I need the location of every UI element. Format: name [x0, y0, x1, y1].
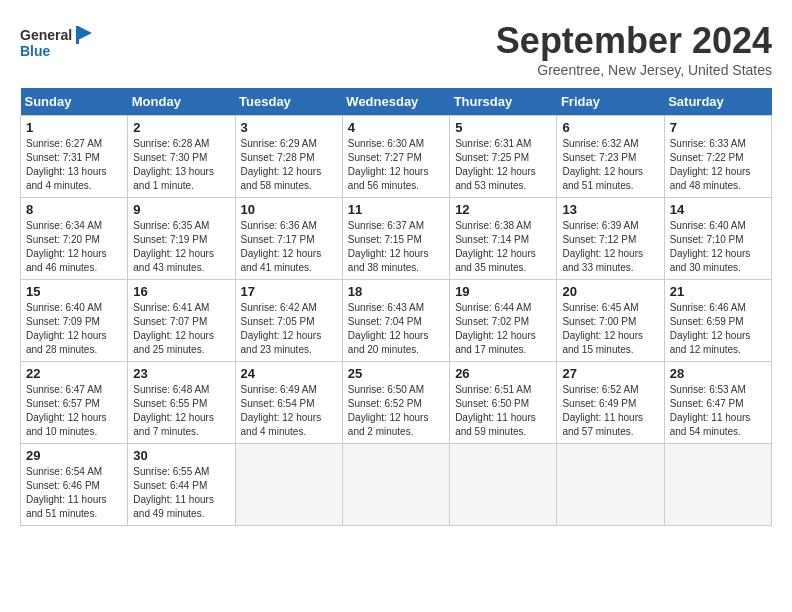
day-info: Sunrise: 6:55 AM Sunset: 6:44 PM Dayligh…	[133, 465, 229, 521]
header: General Blue September 2024 Greentree, N…	[20, 20, 772, 78]
location-subtitle: Greentree, New Jersey, United States	[496, 62, 772, 78]
day-cell-5: 5 Sunrise: 6:31 AM Sunset: 7:25 PM Dayli…	[450, 116, 557, 198]
day-cell-23: 23 Sunrise: 6:48 AM Sunset: 6:55 PM Dayl…	[128, 362, 235, 444]
day-number: 12	[455, 202, 551, 217]
title-area: September 2024 Greentree, New Jersey, Un…	[496, 20, 772, 78]
day-info: Sunrise: 6:51 AM Sunset: 6:50 PM Dayligh…	[455, 383, 551, 439]
day-number: 8	[26, 202, 122, 217]
day-cell-30: 30 Sunrise: 6:55 AM Sunset: 6:44 PM Dayl…	[128, 444, 235, 526]
empty-cell	[557, 444, 664, 526]
day-number: 17	[241, 284, 337, 299]
day-number: 27	[562, 366, 658, 381]
day-cell-2: 2 Sunrise: 6:28 AM Sunset: 7:30 PM Dayli…	[128, 116, 235, 198]
day-info: Sunrise: 6:48 AM Sunset: 6:55 PM Dayligh…	[133, 383, 229, 439]
day-info: Sunrise: 6:38 AM Sunset: 7:14 PM Dayligh…	[455, 219, 551, 275]
svg-marker-2	[78, 26, 92, 40]
day-number: 2	[133, 120, 229, 135]
day-info: Sunrise: 6:37 AM Sunset: 7:15 PM Dayligh…	[348, 219, 444, 275]
day-cell-29: 29 Sunrise: 6:54 AM Sunset: 6:46 PM Dayl…	[21, 444, 128, 526]
day-cell-7: 7 Sunrise: 6:33 AM Sunset: 7:22 PM Dayli…	[664, 116, 771, 198]
svg-text:General: General	[20, 27, 72, 43]
day-number: 1	[26, 120, 122, 135]
day-cell-10: 10 Sunrise: 6:36 AM Sunset: 7:17 PM Dayl…	[235, 198, 342, 280]
col-sunday: Sunday	[21, 88, 128, 116]
day-info: Sunrise: 6:44 AM Sunset: 7:02 PM Dayligh…	[455, 301, 551, 357]
day-cell-9: 9 Sunrise: 6:35 AM Sunset: 7:19 PM Dayli…	[128, 198, 235, 280]
day-info: Sunrise: 6:52 AM Sunset: 6:49 PM Dayligh…	[562, 383, 658, 439]
day-info: Sunrise: 6:49 AM Sunset: 6:54 PM Dayligh…	[241, 383, 337, 439]
day-number: 28	[670, 366, 766, 381]
day-cell-26: 26 Sunrise: 6:51 AM Sunset: 6:50 PM Dayl…	[450, 362, 557, 444]
day-info: Sunrise: 6:41 AM Sunset: 7:07 PM Dayligh…	[133, 301, 229, 357]
day-number: 10	[241, 202, 337, 217]
day-cell-22: 22 Sunrise: 6:47 AM Sunset: 6:57 PM Dayl…	[21, 362, 128, 444]
calendar-table: Sunday Monday Tuesday Wednesday Thursday…	[20, 88, 772, 526]
day-info: Sunrise: 6:43 AM Sunset: 7:04 PM Dayligh…	[348, 301, 444, 357]
day-info: Sunrise: 6:46 AM Sunset: 6:59 PM Dayligh…	[670, 301, 766, 357]
day-info: Sunrise: 6:45 AM Sunset: 7:00 PM Dayligh…	[562, 301, 658, 357]
day-cell-6: 6 Sunrise: 6:32 AM Sunset: 7:23 PM Dayli…	[557, 116, 664, 198]
col-thursday: Thursday	[450, 88, 557, 116]
col-friday: Friday	[557, 88, 664, 116]
day-info: Sunrise: 6:39 AM Sunset: 7:12 PM Dayligh…	[562, 219, 658, 275]
day-info: Sunrise: 6:27 AM Sunset: 7:31 PM Dayligh…	[26, 137, 122, 193]
day-info: Sunrise: 6:35 AM Sunset: 7:19 PM Dayligh…	[133, 219, 229, 275]
day-cell-24: 24 Sunrise: 6:49 AM Sunset: 6:54 PM Dayl…	[235, 362, 342, 444]
day-cell-27: 27 Sunrise: 6:52 AM Sunset: 6:49 PM Dayl…	[557, 362, 664, 444]
day-info: Sunrise: 6:30 AM Sunset: 7:27 PM Dayligh…	[348, 137, 444, 193]
header-row: Sunday Monday Tuesday Wednesday Thursday…	[21, 88, 772, 116]
day-cell-28: 28 Sunrise: 6:53 AM Sunset: 6:47 PM Dayl…	[664, 362, 771, 444]
empty-cell	[235, 444, 342, 526]
day-cell-17: 17 Sunrise: 6:42 AM Sunset: 7:05 PM Dayl…	[235, 280, 342, 362]
day-info: Sunrise: 6:53 AM Sunset: 6:47 PM Dayligh…	[670, 383, 766, 439]
day-cell-1: 1 Sunrise: 6:27 AM Sunset: 7:31 PM Dayli…	[21, 116, 128, 198]
day-number: 5	[455, 120, 551, 135]
day-number: 7	[670, 120, 766, 135]
day-cell-13: 13 Sunrise: 6:39 AM Sunset: 7:12 PM Dayl…	[557, 198, 664, 280]
day-number: 14	[670, 202, 766, 217]
week-row-4: 22 Sunrise: 6:47 AM Sunset: 6:57 PM Dayl…	[21, 362, 772, 444]
week-row-5: 29 Sunrise: 6:54 AM Sunset: 6:46 PM Dayl…	[21, 444, 772, 526]
day-number: 24	[241, 366, 337, 381]
empty-cell	[342, 444, 449, 526]
day-cell-11: 11 Sunrise: 6:37 AM Sunset: 7:15 PM Dayl…	[342, 198, 449, 280]
day-info: Sunrise: 6:54 AM Sunset: 6:46 PM Dayligh…	[26, 465, 122, 521]
col-monday: Monday	[128, 88, 235, 116]
day-info: Sunrise: 6:47 AM Sunset: 6:57 PM Dayligh…	[26, 383, 122, 439]
day-number: 22	[26, 366, 122, 381]
col-saturday: Saturday	[664, 88, 771, 116]
day-info: Sunrise: 6:50 AM Sunset: 6:52 PM Dayligh…	[348, 383, 444, 439]
day-number: 30	[133, 448, 229, 463]
day-cell-16: 16 Sunrise: 6:41 AM Sunset: 7:07 PM Dayl…	[128, 280, 235, 362]
day-number: 4	[348, 120, 444, 135]
day-number: 25	[348, 366, 444, 381]
day-number: 21	[670, 284, 766, 299]
day-number: 13	[562, 202, 658, 217]
logo-svg: General Blue	[20, 20, 100, 65]
day-number: 9	[133, 202, 229, 217]
day-info: Sunrise: 6:34 AM Sunset: 7:20 PM Dayligh…	[26, 219, 122, 275]
day-number: 11	[348, 202, 444, 217]
empty-cell	[664, 444, 771, 526]
day-cell-15: 15 Sunrise: 6:40 AM Sunset: 7:09 PM Dayl…	[21, 280, 128, 362]
day-info: Sunrise: 6:40 AM Sunset: 7:10 PM Dayligh…	[670, 219, 766, 275]
day-cell-20: 20 Sunrise: 6:45 AM Sunset: 7:00 PM Dayl…	[557, 280, 664, 362]
day-number: 23	[133, 366, 229, 381]
day-cell-3: 3 Sunrise: 6:29 AM Sunset: 7:28 PM Dayli…	[235, 116, 342, 198]
day-number: 19	[455, 284, 551, 299]
day-info: Sunrise: 6:36 AM Sunset: 7:17 PM Dayligh…	[241, 219, 337, 275]
empty-cell	[450, 444, 557, 526]
day-cell-18: 18 Sunrise: 6:43 AM Sunset: 7:04 PM Dayl…	[342, 280, 449, 362]
day-number: 16	[133, 284, 229, 299]
day-info: Sunrise: 6:28 AM Sunset: 7:30 PM Dayligh…	[133, 137, 229, 193]
month-title: September 2024	[496, 20, 772, 62]
day-cell-8: 8 Sunrise: 6:34 AM Sunset: 7:20 PM Dayli…	[21, 198, 128, 280]
svg-rect-3	[76, 26, 79, 44]
day-number: 15	[26, 284, 122, 299]
day-info: Sunrise: 6:31 AM Sunset: 7:25 PM Dayligh…	[455, 137, 551, 193]
day-number: 6	[562, 120, 658, 135]
logo: General Blue	[20, 20, 100, 65]
week-row-2: 8 Sunrise: 6:34 AM Sunset: 7:20 PM Dayli…	[21, 198, 772, 280]
day-info: Sunrise: 6:33 AM Sunset: 7:22 PM Dayligh…	[670, 137, 766, 193]
day-cell-19: 19 Sunrise: 6:44 AM Sunset: 7:02 PM Dayl…	[450, 280, 557, 362]
